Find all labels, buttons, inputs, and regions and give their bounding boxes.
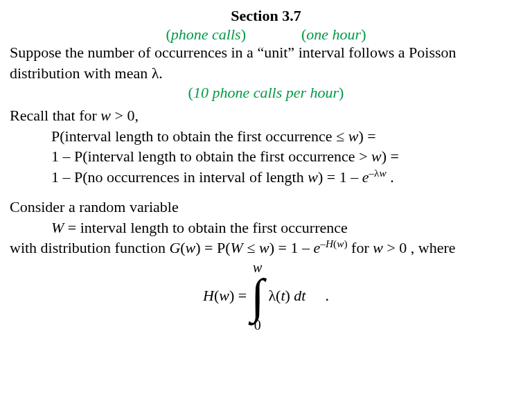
annot-text-2: one hour bbox=[306, 26, 361, 43]
integral-sign: ∫ bbox=[251, 274, 264, 318]
annotation-one-hour: (one hour) bbox=[301, 26, 366, 43]
rl3f: . bbox=[387, 168, 394, 186]
dpo: ( bbox=[180, 239, 185, 256]
dend: > 0 , where bbox=[383, 239, 456, 256]
rl3e: e bbox=[362, 168, 369, 186]
intro-line-1: Suppose the number of occurrences in a “… bbox=[10, 43, 522, 62]
recall-cond-rest: > 0, bbox=[111, 107, 139, 124]
document-page: Section 3.7 (phone calls) (one hour) Sup… bbox=[0, 0, 532, 332]
rl3expw: w bbox=[380, 166, 387, 178]
dw3: w bbox=[373, 239, 383, 256]
dmid: ) = 1 – bbox=[269, 239, 314, 256]
dle: ≤ bbox=[243, 239, 259, 256]
rl3exp: –λ bbox=[369, 166, 379, 178]
annot-text-1: phone calls bbox=[171, 26, 241, 43]
rl2a: 1 – P(interval length to obtain the firs… bbox=[51, 148, 371, 165]
recall-intro-text: Recall that for bbox=[10, 107, 100, 124]
annotation-phone-calls: (phone calls) bbox=[166, 26, 246, 43]
integrand: λ(t) dt bbox=[264, 287, 325, 305]
ihH: H bbox=[203, 287, 214, 304]
integral-sign-block: w ∫ 0 bbox=[251, 260, 264, 332]
annot-text-3: 10 phone calls per hour bbox=[193, 84, 339, 101]
icl: ) bbox=[285, 287, 294, 304]
intro-line-2: distribution with mean λ. bbox=[10, 64, 522, 83]
dW: W bbox=[231, 239, 243, 256]
rl2b: w bbox=[371, 148, 382, 165]
dw1: w bbox=[186, 239, 196, 256]
consider-line: Consider a random variable bbox=[10, 197, 522, 217]
rl1a: P(interval length to obtain the first oc… bbox=[51, 127, 348, 145]
integral-lower-limit: 0 bbox=[254, 318, 261, 332]
spacer bbox=[10, 188, 522, 197]
rl3a: 1 – P(no occurrences in interval of leng… bbox=[51, 168, 308, 186]
rl1c: ) = bbox=[358, 127, 375, 145]
rl3c: ) = bbox=[318, 168, 335, 186]
recall-var-w: w bbox=[100, 107, 111, 124]
rl3-exponent: –λw bbox=[369, 166, 386, 178]
dew: w bbox=[337, 238, 344, 249]
dep: – bbox=[320, 238, 326, 249]
distribution-line: with distribution function G(w) = P(W ≤ … bbox=[10, 238, 522, 258]
rl2c: ) = bbox=[382, 148, 399, 165]
ihc: ) = bbox=[229, 287, 247, 304]
integral-equation: H(w) = w ∫ 0 λ(t) dt . bbox=[10, 260, 522, 332]
dw2: w bbox=[259, 239, 269, 256]
dfor: for bbox=[348, 239, 373, 256]
recall-line-2: 1 – P(interval length to obtain the firs… bbox=[10, 147, 522, 166]
idt: dt bbox=[294, 287, 305, 304]
dist-exponent: –H(w) bbox=[320, 238, 347, 249]
d1: with distribution function bbox=[10, 239, 169, 256]
dcl: ) = P( bbox=[195, 239, 230, 256]
rl3d: 1 – bbox=[339, 168, 362, 186]
recall-line-1: P(interval length to obtain the first oc… bbox=[10, 127, 522, 146]
ilam: λ( bbox=[268, 287, 281, 304]
dG: G bbox=[169, 239, 180, 256]
section-title: Section 3.7 bbox=[10, 7, 522, 25]
annotation-row: (phone calls) (one hour) bbox=[10, 26, 522, 43]
recall-line-3: 1 – P(no occurrences in interval of leng… bbox=[10, 168, 522, 187]
integral-lhs: H(w) = bbox=[203, 287, 251, 305]
de: e bbox=[313, 239, 320, 256]
deH: H bbox=[326, 238, 333, 249]
rl3b: w bbox=[308, 168, 318, 186]
wdef-var: W bbox=[51, 219, 64, 236]
integral-period: . bbox=[325, 287, 329, 305]
recall-intro: Recall that for w > 0, bbox=[10, 106, 522, 125]
wdef-rest: = interval length to obtain the first oc… bbox=[64, 219, 347, 236]
rl1b: w bbox=[348, 127, 359, 145]
ihw: w bbox=[219, 287, 229, 304]
annotation-rate: (10 phone calls per hour) bbox=[10, 84, 522, 102]
w-definition: W = interval length to obtain the first … bbox=[10, 218, 522, 238]
